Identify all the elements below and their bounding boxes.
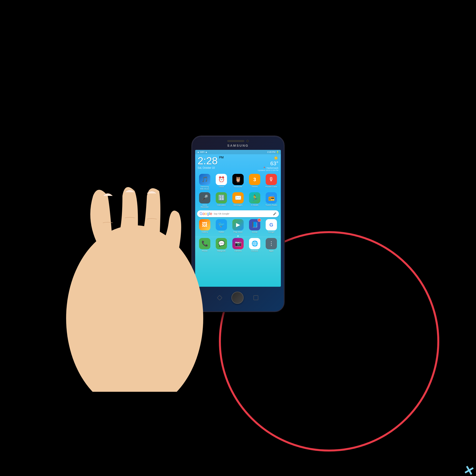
app-icon-clock: ⏰ bbox=[216, 174, 227, 185]
status-time: 2:28 PM bbox=[267, 151, 275, 153]
app-item-play-store[interactable]: ▶Play Store bbox=[230, 219, 246, 233]
app-icon-hootsuite: 🦉 bbox=[232, 174, 244, 185]
mic-icon: 🎤 bbox=[273, 212, 276, 216]
front-camera-icon bbox=[246, 140, 249, 142]
phone-brand: SAMSUNG bbox=[227, 144, 249, 147]
google-search-bar[interactable]: Google Say 'Ok Google' 🎤 bbox=[197, 210, 279, 217]
phone-bottom-nav bbox=[218, 292, 258, 304]
app-badge: 2 bbox=[258, 218, 261, 222]
app-icon-voice-recorder: 🎤 bbox=[199, 192, 210, 204]
app-icon-twitter: 🐦 bbox=[216, 219, 227, 230]
app-icon-google: G bbox=[266, 219, 277, 230]
app-item-apps[interactable]: ⋮Apps bbox=[264, 238, 279, 252]
app-label: S Health bbox=[251, 204, 258, 206]
app-label: Phone bbox=[202, 250, 207, 252]
app-label: Voice Recorder bbox=[199, 204, 211, 209]
weather-widget: ☀️ 63° 📍 Hackensack Updated 10/10 2:28 P… bbox=[258, 156, 278, 171]
google-logo: Google bbox=[200, 212, 212, 216]
network-icon: ▲ bbox=[205, 151, 207, 153]
app-item-voice-recorder[interactable]: 🎤Voice Recorder bbox=[197, 192, 212, 209]
wifi-icon: WiFi bbox=[200, 151, 204, 153]
app-item-pocket-casts[interactable]: 🎙Pocket Casts bbox=[264, 174, 279, 190]
clock-widget: 2:28 PM Sat, October 10 bbox=[198, 156, 223, 169]
app-icon-apps: ⋮ bbox=[266, 238, 277, 249]
app-grid-row2: 🎤Voice Recorder🔢Calculator✉️Messages🏃S H… bbox=[195, 191, 281, 210]
app-label: TuneIn Radio bbox=[265, 204, 277, 206]
app-icon-tunein: 📻 bbox=[266, 192, 277, 204]
battery-icon: 🔋 bbox=[276, 151, 279, 153]
app-item-twitter[interactable]: 🐦Twitter bbox=[214, 219, 229, 233]
app-item-tunein-radio[interactable]: 📻TuneIn Radio bbox=[264, 192, 279, 209]
app-icon-chrome: 🌐 bbox=[249, 238, 260, 249]
recent-apps-button[interactable] bbox=[254, 295, 258, 300]
app-item-clock[interactable]: ⏰Clock bbox=[214, 174, 229, 190]
app-grid-row1: 🎵Samsung Milk Music⏰Clock🦉Hootsuite3Thre… bbox=[195, 173, 281, 191]
app-item-google[interactable]: GGoogle bbox=[264, 219, 279, 233]
app-label: Play Store bbox=[234, 231, 243, 233]
clock-weather-section: 2:28 PM Sat, October 10 ☀️ 63° 📍 Hackens… bbox=[195, 154, 281, 173]
app-dock: 📞Phone💬Hangouts📷Camera🌐Chrome⋮Apps bbox=[195, 237, 281, 253]
app-label: Clock bbox=[219, 186, 224, 188]
signal-icon: ▲ bbox=[197, 151, 199, 153]
app-item-samsung-milk-music[interactable]: 🎵Samsung Milk Music bbox=[197, 174, 212, 190]
phone-top-bar bbox=[227, 140, 249, 142]
app-item-phone[interactable]: 📞Phone bbox=[197, 238, 212, 252]
status-left: ▲ WiFi ▲ bbox=[197, 151, 207, 153]
app-icon-s-health: 🏃 bbox=[249, 192, 260, 204]
x-mark: ✕ bbox=[462, 463, 476, 476]
app-icon-messages: ✉️ bbox=[232, 192, 244, 204]
weather-updated: Updated 10/10 2:28 PM bbox=[258, 169, 278, 171]
app-item-camera[interactable]: 📷Camera bbox=[230, 238, 246, 252]
app-icon-samsung-music: 🎵 bbox=[199, 174, 210, 185]
app-icon-threes: 3 bbox=[249, 174, 260, 185]
app-item-calculator[interactable]: 🔢Calculator bbox=[214, 192, 229, 209]
app-item-threes[interactable]: 3Threes bbox=[247, 174, 262, 190]
app-label: Samsung Milk Music bbox=[199, 186, 211, 190]
app-label: Apps bbox=[269, 250, 273, 252]
app-label: Camera bbox=[235, 250, 241, 252]
app-icon-social: 📘2 bbox=[249, 219, 260, 230]
app-icon-pocket-casts: 🎙 bbox=[266, 174, 277, 185]
weather-temp: 63° bbox=[258, 160, 278, 167]
app-label: Calculator bbox=[217, 204, 226, 206]
app-item-gallery[interactable]: 🖼Gallery bbox=[197, 219, 212, 233]
app-label: Threes bbox=[252, 186, 258, 188]
phone-hand-container: SAMSUNG ▲ WiFi ▲ 2:28 PM 🔋 2:28 bbox=[165, 98, 311, 367]
app-grid-row3: 🖼Gallery🐦Twitter▶Play Store📘2SocialGGoog… bbox=[195, 218, 281, 234]
app-icon-phone: 📞 bbox=[199, 238, 210, 249]
app-item-hangouts[interactable]: 💬Hangouts bbox=[214, 238, 229, 252]
app-icon-hangouts: 💬 bbox=[216, 238, 227, 249]
location-pin-icon: 📍 bbox=[263, 167, 266, 169]
status-bar: ▲ WiFi ▲ 2:28 PM 🔋 bbox=[195, 150, 281, 154]
app-label: Google bbox=[268, 231, 274, 233]
search-hint: Say 'Ok Google' bbox=[214, 213, 272, 215]
app-label: Social bbox=[252, 231, 257, 233]
app-label: Gallery bbox=[202, 231, 208, 233]
app-item-chrome[interactable]: 🌐Chrome bbox=[247, 238, 262, 252]
app-icon-play-store: ▶ bbox=[232, 219, 244, 230]
weather-location: 📍 Hackensack bbox=[258, 167, 278, 169]
app-item-s-health[interactable]: 🏃S Health bbox=[247, 192, 262, 209]
clock-date: Sat, October 10 bbox=[198, 167, 223, 169]
app-item-messages[interactable]: ✉️Messages bbox=[230, 192, 246, 209]
weather-condition-icon: ☀️ bbox=[258, 156, 278, 160]
app-label: Pocket Casts bbox=[265, 186, 277, 188]
app-item-social[interactable]: 📘2Social bbox=[247, 219, 262, 233]
home-button[interactable] bbox=[231, 292, 244, 304]
clock-time: 2:28 bbox=[198, 155, 218, 167]
app-icon-calculator: 🔢 bbox=[216, 192, 227, 204]
app-label: Messages bbox=[234, 204, 242, 206]
status-right: 2:28 PM 🔋 bbox=[267, 151, 279, 153]
clock-period: PM bbox=[219, 156, 223, 159]
clock-time-display: 2:28 PM bbox=[198, 156, 223, 166]
phone-screen[interactable]: ▲ WiFi ▲ 2:28 PM 🔋 2:28 PM Sat, October … bbox=[195, 150, 281, 287]
app-icon-camera: 📷 bbox=[232, 238, 244, 249]
app-label: Hangouts bbox=[217, 250, 225, 252]
app-icon-gallery: 🖼 bbox=[199, 219, 210, 230]
back-button[interactable] bbox=[217, 295, 222, 301]
page-background: { "background": { "color": "#000000" }, … bbox=[0, 0, 476, 476]
app-label: Twitter bbox=[218, 231, 224, 233]
app-item-hootsuite[interactable]: 🦉Hootsuite bbox=[230, 174, 246, 190]
app-label: Hootsuite bbox=[234, 186, 242, 188]
speaker-grille bbox=[227, 140, 244, 142]
